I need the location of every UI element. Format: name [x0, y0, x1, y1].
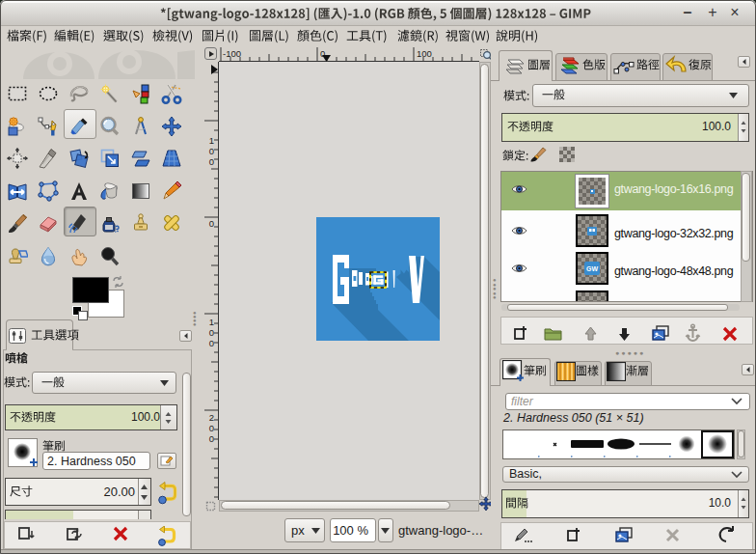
svg-text:GW: GW — [586, 265, 598, 272]
